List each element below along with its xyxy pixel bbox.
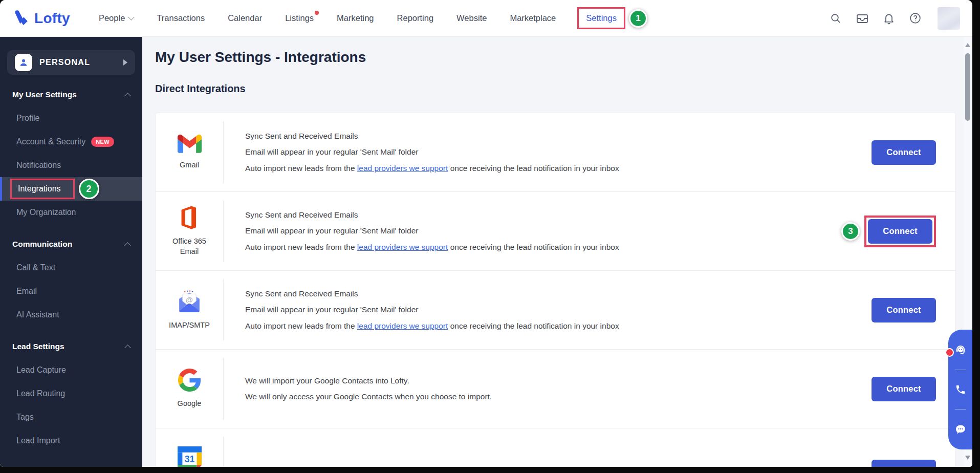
lofty-logo[interactable]: Lofty bbox=[12, 9, 70, 28]
integration-action: Connect bbox=[813, 350, 955, 428]
floating-contact-toolbar bbox=[948, 330, 972, 449]
sidebar-section-header-lead-settings[interactable]: Lead Settings bbox=[0, 335, 142, 358]
topbar-right-actions bbox=[830, 7, 960, 30]
connect-button-google-calendar[interactable]: Connect bbox=[872, 460, 936, 467]
sidebar-item-ai-assistant[interactable]: AI Assistant bbox=[0, 303, 142, 327]
main-content: My User Settings - Integrations Direct I… bbox=[142, 37, 972, 467]
bell-icon[interactable] bbox=[883, 12, 895, 25]
office365-icon bbox=[180, 206, 199, 231]
scrollbar-thumb[interactable] bbox=[965, 53, 970, 121]
help-icon[interactable] bbox=[909, 12, 922, 25]
annotation-box: Connect bbox=[864, 216, 936, 247]
scroll-up-arrow-icon[interactable] bbox=[965, 43, 970, 47]
alert-dot bbox=[315, 11, 319, 15]
nav-item-settings[interactable]: Settings bbox=[577, 7, 625, 29]
integration-description: We will import your Google Contacts into… bbox=[224, 350, 813, 428]
integration-icon-col: 31Google Calendar bbox=[156, 428, 223, 467]
sidebar-section-header-my-user-settings[interactable]: My User Settings bbox=[0, 83, 142, 106]
integration-row-google-calendar: 31Google CalendarSynchronize appointment… bbox=[156, 428, 955, 467]
scroll-down-arrow-icon[interactable] bbox=[965, 456, 970, 460]
google-icon bbox=[178, 369, 201, 394]
sidebar-item-label: Account & Security bbox=[16, 137, 85, 146]
workspace-switcher[interactable]: PERSONAL bbox=[7, 50, 135, 75]
sidebar-item-label: My Organization bbox=[16, 208, 76, 217]
settings-sidebar: PERSONAL My User SettingsProfileAccount … bbox=[0, 37, 142, 467]
integration-description: Sync Sent and Received EmailsEmail will … bbox=[224, 271, 813, 349]
sidebar-item-tags[interactable]: Tags bbox=[0, 405, 142, 429]
sidebar-item-label: Integrations bbox=[18, 184, 61, 193]
nav-item-marketplace[interactable]: Marketplace bbox=[510, 13, 556, 23]
new-badge: NEW bbox=[91, 137, 114, 147]
description-prefix: Auto import new leads from the bbox=[245, 164, 357, 173]
integration-name: IMAP/SMTP bbox=[169, 320, 210, 331]
sidebar-item-my-organization[interactable]: My Organization bbox=[0, 201, 142, 224]
step-badge-2: 2 bbox=[79, 179, 99, 199]
step-badge-3: 3 bbox=[841, 222, 860, 241]
sidebar-item-email[interactable]: Email bbox=[0, 280, 142, 303]
svg-text:@: @ bbox=[186, 295, 193, 304]
integration-name: Google bbox=[178, 399, 202, 409]
lead-providers-link[interactable]: lead providers we support bbox=[357, 243, 448, 251]
sidebar-section-communication: CommunicationCall & TextEmailAI Assistan… bbox=[0, 232, 142, 327]
description-suffix: once receiving the lead notification in … bbox=[448, 243, 619, 251]
sidebar-item-lead-routing[interactable]: Lead Routing bbox=[0, 382, 142, 405]
inbox-icon[interactable] bbox=[856, 12, 869, 25]
nav-item-website[interactable]: Website bbox=[456, 13, 487, 23]
sidebar-item-lead-import[interactable]: Lead Import bbox=[0, 429, 142, 453]
chat-icon[interactable] bbox=[954, 423, 967, 436]
nav-item-label: Marketplace bbox=[510, 13, 556, 23]
nav-item-people[interactable]: People bbox=[99, 13, 134, 23]
integration-row-gmail: GmailSync Sent and Received EmailsEmail … bbox=[156, 113, 955, 192]
nav-item-transactions[interactable]: Transactions bbox=[157, 13, 205, 23]
sidebar-section-title: Communication bbox=[12, 240, 72, 249]
connect-button-google[interactable]: Connect bbox=[872, 377, 936, 401]
description-line: Auto import new leads from the lead prov… bbox=[245, 163, 798, 174]
sidebar-item-account-security[interactable]: Account & SecurityNEW bbox=[0, 130, 142, 154]
connect-button-office-365-email[interactable]: Connect bbox=[868, 219, 932, 244]
sidebar-item-label: Lead Import bbox=[16, 436, 60, 445]
nav-item-label: Marketing bbox=[337, 13, 374, 23]
integration-icon-col: Gmail bbox=[156, 113, 223, 191]
gmail-icon bbox=[178, 135, 202, 155]
workspace-label: PERSONAL bbox=[39, 58, 90, 67]
description-suffix: once receiving the lead notification in … bbox=[448, 164, 619, 173]
integration-action: Connect bbox=[813, 428, 955, 467]
sidebar-item-integrations[interactable]: Integrations2 bbox=[0, 177, 142, 201]
nav-item-calendar[interactable]: Calendar bbox=[228, 13, 262, 23]
sidebar-section-header-communication[interactable]: Communication bbox=[0, 232, 142, 256]
annotation-box: Integrations bbox=[10, 179, 75, 199]
integration-description: Synchronize appointments between Lofty a… bbox=[224, 428, 813, 467]
connect-button-imap-smtp[interactable]: Connect bbox=[872, 298, 936, 322]
user-avatar[interactable] bbox=[938, 7, 960, 30]
phone-icon[interactable] bbox=[955, 384, 966, 395]
sidebar-section-title: My User Settings bbox=[12, 90, 77, 99]
nav-item-label: People bbox=[99, 13, 125, 23]
sidebar-item-label: Email bbox=[16, 287, 37, 296]
imap-icon: @ bbox=[177, 290, 202, 315]
nav-item-listings[interactable]: Listings bbox=[285, 13, 314, 23]
sidebar-item-lead-capture[interactable]: Lead Capture bbox=[0, 358, 142, 382]
description-line: Auto import new leads from the lead prov… bbox=[245, 321, 798, 331]
lead-providers-link[interactable]: lead providers we support bbox=[357, 164, 448, 173]
toolbar-separator bbox=[955, 409, 966, 410]
step-badge-1: 1 bbox=[629, 9, 647, 28]
description-line: Sync Sent and Received Emails bbox=[245, 131, 798, 141]
sidebar-item-label: Lead Routing bbox=[16, 389, 65, 398]
support-agent-icon[interactable] bbox=[954, 343, 967, 356]
sidebar-item-label: Lead Capture bbox=[16, 365, 66, 375]
connect-button-gmail[interactable]: Connect bbox=[872, 140, 936, 165]
settings-label: Settings bbox=[586, 13, 617, 23]
description-prefix: Auto import new leads from the bbox=[245, 321, 357, 330]
integration-action: Connect bbox=[813, 113, 955, 191]
lead-providers-link[interactable]: lead providers we support bbox=[357, 321, 448, 330]
search-icon[interactable] bbox=[830, 12, 842, 25]
app-window: Lofty PeopleTransactionsCalendarListings… bbox=[0, 0, 972, 467]
sidebar-item-notifications[interactable]: Notifications bbox=[0, 154, 142, 177]
nav-item-reporting[interactable]: Reporting bbox=[397, 13, 434, 23]
nav-item-marketing[interactable]: Marketing bbox=[337, 13, 374, 23]
sidebar-item-profile[interactable]: Profile bbox=[0, 106, 142, 130]
description-line: Sync Sent and Received Emails bbox=[245, 289, 798, 299]
sidebar-item-call-text[interactable]: Call & Text bbox=[0, 256, 142, 280]
sidebar-sections: My User SettingsProfileAccount & Securit… bbox=[0, 83, 142, 453]
sidebar-item-label: Call & Text bbox=[16, 263, 55, 272]
